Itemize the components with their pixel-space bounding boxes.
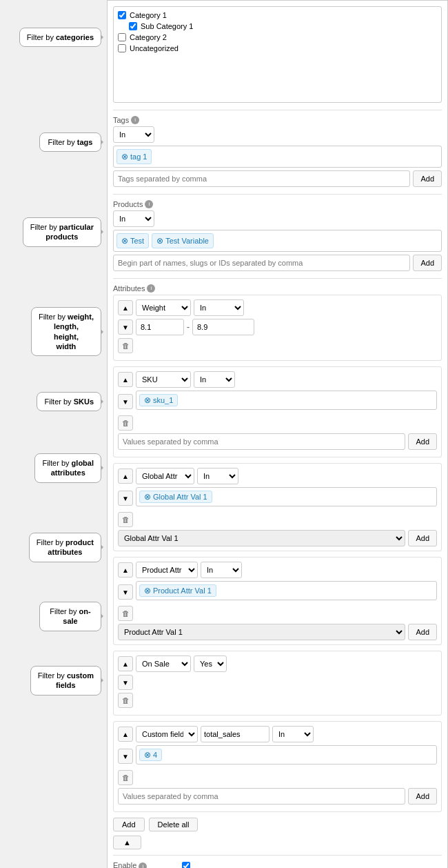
custom-field-add-button[interactable]: Add [408, 788, 437, 805]
collapse-button[interactable]: ▲ [113, 836, 141, 849]
bottom-add-button[interactable]: Add [113, 818, 145, 831]
tags-operator-select[interactable]: In Not In [113, 126, 154, 143]
on-sale-down-button[interactable]: ▼ [118, 675, 133, 690]
on-sale-attr-select[interactable]: On Sale [136, 655, 191, 672]
tags-info-icon: i [131, 116, 139, 124]
product-attr-up-button[interactable]: ▲ [118, 562, 133, 578]
custom-field-down-button[interactable]: ▼ [118, 749, 133, 764]
custom-field-1-remove-icon[interactable]: ⊗ [144, 751, 151, 759]
products-label: Products i [113, 200, 442, 208]
category-2-checkbox[interactable] [118, 33, 126, 41]
custom-field-attr-select[interactable]: Custom field [136, 726, 198, 742]
tag-chip-1: ⊗ tag 1 [116, 149, 152, 164]
bottom-delete-all-button[interactable]: Delete all [149, 818, 198, 831]
sub-category-1-checkbox[interactable] [129, 22, 137, 30]
product-attr-delete-button[interactable]: 🗑 [118, 606, 133, 621]
sku-input[interactable] [118, 433, 405, 450]
product-attr-value-select[interactable]: Product Attr Val 1 [118, 624, 405, 640]
attributes-info-icon: i [147, 284, 155, 293]
global-attr-value-row: Global Attr Val 1 Add [118, 530, 437, 546]
global-attr-select[interactable]: Global Attr [136, 468, 194, 484]
products-add-button[interactable]: Add [413, 255, 442, 271]
products-input[interactable] [113, 255, 410, 271]
global-attr-operator-select[interactable]: In Not In [197, 468, 238, 484]
sku-attr-select[interactable]: SKU [136, 371, 191, 388]
sku-up-button[interactable]: ▲ [118, 372, 133, 387]
custom-field-block: ▲ Custom field In Not In ▼ ⊗ 4 [113, 721, 442, 812]
global-attr-down-button[interactable]: ▼ [118, 491, 133, 506]
label-products: Filter by particularproducts [23, 217, 101, 247]
product-chip-test-variable: ⊗ Test Variable [152, 233, 214, 248]
custom-field-operator-select[interactable]: In Not In [272, 726, 314, 742]
sku-operator-select[interactable]: In Not In [194, 371, 235, 388]
uncategorized-checkbox[interactable] [118, 44, 126, 52]
bottom-buttons-row: Add Delete all [113, 818, 442, 831]
tags-operator-row: In Not In [113, 126, 442, 143]
weight-attr-select[interactable]: Weight [136, 299, 191, 316]
categories-list: Category 1 Sub Category 1 Category 2 Unc… [113, 6, 442, 103]
sku-chips-container: ⊗ sku_1 [136, 391, 437, 410]
custom-field-row-1: ▲ Custom field In Not In [118, 726, 437, 742]
global-attr-add-button[interactable]: Add [408, 530, 437, 546]
product-attr-operator-select[interactable]: In Not In [201, 562, 242, 578]
weight-min-input[interactable] [136, 319, 184, 335]
sku-delete-button[interactable]: 🗑 [118, 415, 133, 431]
custom-field-delete-button[interactable]: 🗑 [118, 770, 133, 785]
on-sale-delete-button[interactable]: 🗑 [118, 693, 133, 708]
sub-category-item-1: Sub Category 1 [118, 21, 437, 32]
weight-max-input[interactable] [192, 319, 254, 335]
on-sale-value-select[interactable]: Yes No [194, 655, 227, 672]
weight-up-button[interactable]: ▲ [118, 300, 133, 315]
label-attributes: Filter by weight,length,height,width [31, 307, 101, 356]
category-item-1: Category 1 [118, 10, 437, 21]
tags-input[interactable] [113, 170, 410, 187]
products-operator-select[interactable]: In Not In [113, 210, 154, 227]
custom-field-chips-container: ⊗ 4 [136, 745, 437, 765]
weight-delete-button[interactable]: 🗑 [118, 338, 133, 353]
product-test-variable-remove-icon[interactable]: ⊗ [156, 237, 163, 245]
weight-attr-row-1: ▲ Weight In Not In Between [118, 299, 437, 316]
global-attr-value-select[interactable]: Global Attr Val 1 [118, 530, 405, 546]
global-attr-chip-1: ⊗ Global Attr Val 1 [139, 491, 212, 503]
product-chip-test: ⊗ Test [116, 233, 149, 248]
custom-field-input[interactable] [118, 788, 405, 805]
product-attr-down-button[interactable]: ▼ [118, 584, 133, 600]
sku-down-button[interactable]: ▼ [118, 394, 133, 409]
product-attr-value-row: Product Attr Val 1 Add [118, 624, 437, 640]
tags-section: Tags i In Not In ⊗ tag 1 Add [113, 116, 442, 187]
weight-operator-select[interactable]: In Not In Between [194, 299, 244, 316]
sku-delete-row: 🗑 [118, 415, 437, 431]
tag-1-remove-icon[interactable]: ⊗ [121, 152, 128, 161]
product-test-value: Test [130, 237, 144, 245]
custom-field-delete-row: 🗑 [118, 770, 437, 785]
label-custom-fields: Filter by customfields [30, 666, 101, 696]
attributes-section-label: Attributes i [113, 284, 442, 293]
enable-info-icon: i [139, 862, 147, 868]
on-sale-row-2: ▼ [118, 675, 437, 690]
custom-field-name-input[interactable] [201, 726, 269, 742]
tags-add-button[interactable]: Add [413, 170, 442, 187]
product-attr-add-button[interactable]: Add [408, 624, 437, 640]
on-sale-up-button[interactable]: ▲ [118, 656, 133, 671]
custom-field-1-value: 4 [153, 751, 157, 759]
tags-chips-container: ⊗ tag 1 [113, 146, 442, 168]
product-attr-select[interactable]: Product Attr [136, 562, 198, 578]
weight-down-button[interactable]: ▼ [118, 319, 133, 335]
sku-attr-block: ▲ SKU In Not In ▼ ⊗ sku_1 [113, 366, 442, 457]
products-section: Products i In Not In ⊗ Test ⊗ Test Varia… [113, 200, 442, 271]
sku-add-button[interactable]: Add [408, 433, 437, 450]
category-1-label: Category 1 [130, 11, 167, 19]
global-attr-up-button[interactable]: ▲ [118, 468, 133, 484]
product-test-remove-icon[interactable]: ⊗ [121, 237, 128, 245]
enable-label: Enable i [113, 861, 175, 868]
sku-1-remove-icon[interactable]: ⊗ [144, 396, 151, 404]
global-attr-1-remove-icon[interactable]: ⊗ [144, 493, 151, 501]
global-attr-row-2: ▼ ⊗ Global Attr Val 1 [118, 487, 437, 509]
products-chips-container: ⊗ Test ⊗ Test Variable [113, 230, 442, 252]
global-attr-delete-button[interactable]: 🗑 [118, 512, 133, 527]
custom-field-up-button[interactable]: ▲ [118, 727, 133, 742]
category-1-checkbox[interactable] [118, 11, 126, 19]
product-attr-1-remove-icon[interactable]: ⊗ [144, 586, 151, 595]
enable-checkbox[interactable] [182, 862, 190, 868]
sku-chip-1: ⊗ sku_1 [139, 394, 178, 406]
